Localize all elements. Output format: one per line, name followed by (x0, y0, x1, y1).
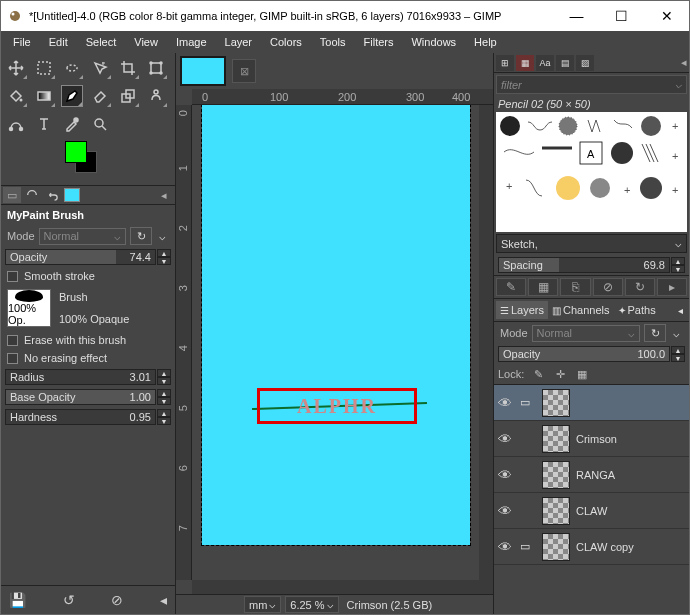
del-brush-icon[interactable]: ⊘ (593, 278, 623, 296)
ruler-vertical[interactable]: 0 1 2 3 4 5 6 7 (176, 105, 192, 580)
ruler-horizontal[interactable]: 0 100 200 300 400 (192, 89, 493, 105)
opacity-slider[interactable]: Opacity74.4 ▲▼ (1, 247, 175, 267)
link-icon[interactable]: ▭ (520, 540, 536, 553)
restore-preset-icon[interactable]: ↺ (63, 592, 75, 608)
move-tool[interactable] (5, 57, 27, 79)
unit-select[interactable]: mm⌵ (244, 596, 281, 613)
layer-mode-select[interactable]: Normal⌵ (532, 325, 640, 342)
patterns-tab[interactable]: ▦ (516, 55, 534, 71)
lock-alpha-icon[interactable]: ▦ (574, 366, 590, 382)
minimize-button[interactable]: — (554, 1, 599, 31)
maximize-button[interactable]: ☐ (599, 1, 644, 31)
brush-grid[interactable]: + A + + + + (496, 112, 687, 232)
free-select-tool[interactable] (61, 57, 83, 79)
menu-edit[interactable]: Edit (41, 33, 76, 51)
layers-tab[interactable]: ☰Layers (496, 301, 548, 319)
eye-icon[interactable]: 👁 (498, 431, 514, 447)
clone-tool[interactable] (117, 85, 139, 107)
menu-windows[interactable]: Windows (403, 33, 464, 51)
close-button[interactable]: ✕ (644, 1, 689, 31)
lock-position-icon[interactable]: ✛ (552, 366, 568, 382)
brush-filter[interactable]: filter⌵ (496, 75, 687, 94)
color-picker-tool[interactable] (61, 113, 83, 135)
images-tab[interactable] (63, 187, 81, 203)
reset-preset-icon[interactable]: ◂ (160, 592, 167, 608)
mode-reset[interactable]: ↻ (130, 227, 152, 245)
save-preset-icon[interactable]: 💾 (9, 592, 26, 608)
delete-preset-icon[interactable]: ⊘ (111, 592, 123, 608)
fonts-tab[interactable]: Aa (536, 55, 554, 71)
layer-row[interactable]: 👁▭ (494, 385, 689, 421)
erase-check[interactable]: Erase with this brush (1, 331, 175, 349)
canvas-area[interactable]: ALPHR (192, 105, 479, 580)
fuzzy-select-tool[interactable] (89, 57, 111, 79)
close-tab-icon[interactable]: ⊠ (232, 59, 256, 83)
color-swatches[interactable] (65, 141, 105, 177)
layer-row[interactable]: 👁Crimson (494, 421, 689, 457)
hardness-slider[interactable]: Hardness0.95▲▼ (1, 407, 175, 427)
layer-row[interactable]: 👁▭CLAW copy (494, 529, 689, 565)
paths-tool[interactable] (5, 113, 27, 135)
layer-opacity-slider[interactable]: Opacity100.0▲▼ (494, 344, 689, 364)
new-brush-icon[interactable]: ▦ (528, 278, 558, 296)
rect-select-tool[interactable] (33, 57, 55, 79)
brushes-tab[interactable]: ⊞ (496, 55, 514, 71)
transform-tool[interactable] (145, 57, 167, 79)
noerase-check[interactable]: No erasing effect (1, 349, 175, 367)
canvas[interactable] (202, 105, 470, 545)
spacing-slider[interactable]: Spacing69.8▲▼ (494, 255, 689, 275)
dup-brush-icon[interactable]: ⎘ (560, 278, 590, 296)
bucket-tool[interactable] (5, 85, 27, 107)
configure-right-icon[interactable]: ◂ (681, 56, 687, 69)
lock-pixels-icon[interactable]: ✎ (530, 366, 546, 382)
eye-icon[interactable]: 👁 (498, 503, 514, 519)
configure-tab-icon[interactable]: ◂ (155, 187, 173, 203)
history-tab[interactable]: ▤ (556, 55, 574, 71)
menu-image[interactable]: Image (168, 33, 215, 51)
link-icon[interactable]: ▭ (520, 396, 536, 409)
channels-tab[interactable]: ▥Channels (548, 301, 613, 319)
refresh-brush-icon[interactable]: ↻ (625, 278, 655, 296)
menu-tools[interactable]: Tools (312, 33, 354, 51)
crop-tool[interactable] (117, 57, 139, 79)
fg-color[interactable] (65, 141, 87, 163)
device-tab[interactable] (23, 187, 41, 203)
menu-filters[interactable]: Filters (356, 33, 402, 51)
brush-preset-select[interactable]: Sketch,⌵ (496, 234, 687, 253)
open-brush-icon[interactable]: ▸ (657, 278, 687, 296)
smudge-tool[interactable] (145, 85, 167, 107)
configure-layers-icon[interactable]: ◂ (674, 301, 687, 319)
brush-preview[interactable]: 100% Op. (7, 289, 51, 327)
smooth-stroke-check[interactable]: Smooth stroke (1, 267, 175, 285)
text-tool[interactable] (33, 113, 55, 135)
menu-layer[interactable]: Layer (217, 33, 261, 51)
eye-icon[interactable]: 👁 (498, 395, 514, 411)
menu-select[interactable]: Select (78, 33, 125, 51)
layer-mode-reset[interactable]: ↻ (644, 324, 666, 342)
layer-row[interactable]: 👁CLAW (494, 493, 689, 529)
zoom-select[interactable]: 6.25 %⌵ (285, 596, 338, 613)
baseop-slider[interactable]: Base Opacity1.00▲▼ (1, 387, 175, 407)
layer-row[interactable]: 👁RANGA (494, 457, 689, 493)
edit-brush-icon[interactable]: ✎ (496, 278, 526, 296)
mode-select[interactable]: Normal⌵ (39, 228, 126, 245)
gradient-tab[interactable]: ▨ (576, 55, 594, 71)
document-tab[interactable] (180, 56, 226, 86)
radius-slider[interactable]: Radius3.01▲▼ (1, 367, 175, 387)
tooloptions-tab[interactable]: ▭ (3, 187, 21, 203)
menu-colors[interactable]: Colors (262, 33, 310, 51)
mode-menu[interactable]: ⌵ (156, 230, 169, 243)
undo-tab[interactable] (43, 187, 61, 203)
menu-view[interactable]: View (126, 33, 166, 51)
gradient-tool[interactable] (33, 85, 55, 107)
eye-icon[interactable]: 👁 (498, 467, 514, 483)
mypaint-brush-tool[interactable] (61, 85, 83, 107)
eraser-tool[interactable] (89, 85, 111, 107)
paths-tab[interactable]: ✦Paths (614, 301, 660, 319)
menu-help[interactable]: Help (466, 33, 505, 51)
eye-icon[interactable]: 👁 (498, 539, 514, 555)
scrollbar-horizontal[interactable] (192, 580, 493, 594)
zoom-tool[interactable] (89, 113, 111, 135)
scrollbar-vertical[interactable] (479, 105, 493, 580)
menu-file[interactable]: File (5, 33, 39, 51)
